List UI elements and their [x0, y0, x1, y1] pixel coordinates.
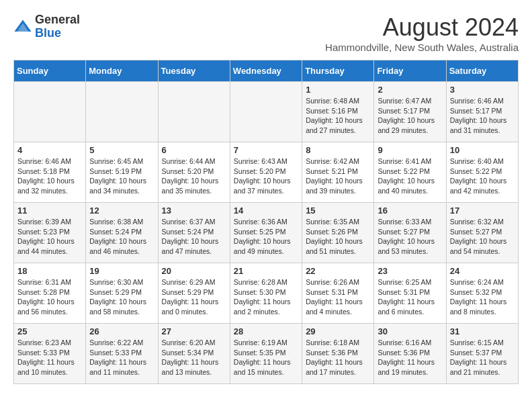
calendar-day-cell: 24Sunrise: 6:24 AMSunset: 5:32 PMDayligh…	[446, 263, 518, 324]
day-number: 24	[450, 266, 515, 276]
calendar-day-cell: 13Sunrise: 6:37 AMSunset: 5:24 PMDayligh…	[158, 203, 230, 263]
title-area: August 2024 Hammondville, New South Wale…	[325, 13, 519, 53]
day-info: Sunrise: 6:19 AMSunset: 5:35 PMDaylight:…	[234, 338, 298, 377]
day-number: 10	[450, 145, 515, 155]
calendar-day-header: Thursday	[302, 60, 374, 82]
day-info: Sunrise: 6:47 AMSunset: 5:17 PMDaylight:…	[378, 96, 442, 136]
calendar-day-cell: 19Sunrise: 6:30 AMSunset: 5:29 PMDayligh…	[86, 263, 158, 324]
day-info: Sunrise: 6:26 AMSunset: 5:31 PMDaylight:…	[306, 277, 370, 317]
day-info: Sunrise: 6:22 AMSunset: 5:33 PMDaylight:…	[89, 338, 154, 377]
day-info: Sunrise: 6:43 AMSunset: 5:20 PMDaylight:…	[234, 156, 298, 196]
calendar-day-cell	[14, 82, 86, 142]
day-info: Sunrise: 6:23 AMSunset: 5:33 PMDaylight:…	[17, 338, 82, 377]
calendar-week-row: 1Sunrise: 6:48 AMSunset: 5:16 PMDaylight…	[14, 82, 519, 142]
logo-text: General Blue	[35, 13, 80, 40]
day-number: 17	[450, 205, 515, 216]
day-number: 7	[234, 145, 298, 155]
calendar-day-cell	[230, 82, 302, 142]
day-number: 8	[306, 145, 370, 155]
calendar-day-cell: 21Sunrise: 6:28 AMSunset: 5:30 PMDayligh…	[230, 263, 302, 324]
day-number: 14	[234, 205, 298, 216]
calendar-day-header: Friday	[374, 60, 446, 82]
day-info: Sunrise: 6:40 AMSunset: 5:22 PMDaylight:…	[450, 156, 515, 196]
calendar-day-cell: 22Sunrise: 6:26 AMSunset: 5:31 PMDayligh…	[302, 263, 374, 324]
calendar-day-cell: 12Sunrise: 6:38 AMSunset: 5:24 PMDayligh…	[86, 203, 158, 263]
day-info: Sunrise: 6:20 AMSunset: 5:34 PMDaylight:…	[162, 338, 226, 377]
day-info: Sunrise: 6:32 AMSunset: 5:27 PMDaylight:…	[450, 217, 515, 257]
page-header: General Blue August 2024 Hammondville, N…	[13, 13, 519, 53]
day-number: 18	[17, 266, 82, 276]
day-info: Sunrise: 6:30 AMSunset: 5:29 PMDaylight:…	[89, 277, 154, 317]
calendar-table: SundayMondayTuesdayWednesdayThursdayFrid…	[13, 60, 519, 384]
location-subtitle: Hammondville, New South Wales, Australia	[325, 42, 519, 53]
day-number: 27	[162, 326, 226, 336]
day-info: Sunrise: 6:24 AMSunset: 5:32 PMDaylight:…	[450, 277, 515, 317]
calendar-day-cell: 14Sunrise: 6:36 AMSunset: 5:25 PMDayligh…	[230, 203, 302, 263]
day-info: Sunrise: 6:41 AMSunset: 5:22 PMDaylight:…	[378, 156, 442, 196]
day-number: 28	[234, 326, 298, 336]
calendar-day-cell	[86, 82, 158, 142]
calendar-day-header: Wednesday	[230, 60, 302, 82]
logo-icon	[13, 17, 32, 36]
day-info: Sunrise: 6:46 AMSunset: 5:18 PMDaylight:…	[17, 156, 82, 196]
month-year-title: August 2024	[325, 13, 519, 42]
calendar-day-header: Saturday	[446, 60, 518, 82]
day-info: Sunrise: 6:37 AMSunset: 5:24 PMDaylight:…	[162, 217, 226, 257]
day-number: 13	[162, 205, 226, 216]
day-info: Sunrise: 6:39 AMSunset: 5:23 PMDaylight:…	[17, 217, 82, 257]
day-number: 3	[450, 85, 515, 95]
calendar-week-row: 25Sunrise: 6:23 AMSunset: 5:33 PMDayligh…	[14, 324, 519, 384]
day-info: Sunrise: 6:36 AMSunset: 5:25 PMDaylight:…	[234, 217, 298, 257]
day-number: 26	[89, 326, 154, 336]
calendar-day-cell	[158, 82, 230, 142]
day-number: 22	[306, 266, 370, 276]
calendar-day-cell: 16Sunrise: 6:33 AMSunset: 5:27 PMDayligh…	[374, 203, 446, 263]
day-number: 15	[306, 205, 370, 216]
day-number: 9	[378, 145, 442, 155]
day-number: 19	[89, 266, 154, 276]
calendar-day-cell: 15Sunrise: 6:35 AMSunset: 5:26 PMDayligh…	[302, 203, 374, 263]
day-info: Sunrise: 6:33 AMSunset: 5:27 PMDaylight:…	[378, 217, 442, 257]
calendar-day-cell: 8Sunrise: 6:42 AMSunset: 5:21 PMDaylight…	[302, 142, 374, 203]
day-number: 5	[89, 145, 154, 155]
day-info: Sunrise: 6:28 AMSunset: 5:30 PMDaylight:…	[234, 277, 298, 317]
day-number: 11	[17, 205, 82, 216]
day-number: 6	[162, 145, 226, 155]
calendar-day-cell: 31Sunrise: 6:15 AMSunset: 5:37 PMDayligh…	[446, 324, 518, 384]
day-number: 25	[17, 326, 82, 336]
day-info: Sunrise: 6:45 AMSunset: 5:19 PMDaylight:…	[89, 156, 154, 196]
day-info: Sunrise: 6:35 AMSunset: 5:26 PMDaylight:…	[306, 217, 370, 257]
calendar-day-cell: 30Sunrise: 6:16 AMSunset: 5:36 PMDayligh…	[374, 324, 446, 384]
calendar-day-header: Sunday	[14, 60, 86, 82]
calendar-day-header: Tuesday	[158, 60, 230, 82]
day-info: Sunrise: 6:16 AMSunset: 5:36 PMDaylight:…	[378, 338, 442, 377]
day-number: 20	[162, 266, 226, 276]
calendar-day-cell: 10Sunrise: 6:40 AMSunset: 5:22 PMDayligh…	[446, 142, 518, 203]
calendar-day-cell: 20Sunrise: 6:29 AMSunset: 5:29 PMDayligh…	[158, 263, 230, 324]
calendar-day-cell: 2Sunrise: 6:47 AMSunset: 5:17 PMDaylight…	[374, 82, 446, 142]
logo: General Blue	[13, 13, 80, 40]
day-number: 21	[234, 266, 298, 276]
day-info: Sunrise: 6:38 AMSunset: 5:24 PMDaylight:…	[89, 217, 154, 257]
day-number: 2	[378, 85, 442, 95]
day-info: Sunrise: 6:29 AMSunset: 5:29 PMDaylight:…	[162, 277, 226, 317]
calendar-day-cell: 27Sunrise: 6:20 AMSunset: 5:34 PMDayligh…	[158, 324, 230, 384]
day-number: 30	[378, 326, 442, 336]
day-number: 29	[306, 326, 370, 336]
day-info: Sunrise: 6:48 AMSunset: 5:16 PMDaylight:…	[306, 96, 370, 136]
calendar-day-cell: 17Sunrise: 6:32 AMSunset: 5:27 PMDayligh…	[446, 203, 518, 263]
calendar-day-cell: 3Sunrise: 6:46 AMSunset: 5:17 PMDaylight…	[446, 82, 518, 142]
calendar-day-header: Monday	[86, 60, 158, 82]
calendar-day-cell: 29Sunrise: 6:18 AMSunset: 5:36 PMDayligh…	[302, 324, 374, 384]
day-number: 4	[17, 145, 82, 155]
day-number: 16	[378, 205, 442, 216]
day-info: Sunrise: 6:31 AMSunset: 5:28 PMDaylight:…	[17, 277, 82, 317]
calendar-day-cell: 18Sunrise: 6:31 AMSunset: 5:28 PMDayligh…	[14, 263, 86, 324]
day-info: Sunrise: 6:25 AMSunset: 5:31 PMDaylight:…	[378, 277, 442, 317]
day-number: 23	[378, 266, 442, 276]
day-info: Sunrise: 6:42 AMSunset: 5:21 PMDaylight:…	[306, 156, 370, 196]
calendar-day-cell: 5Sunrise: 6:45 AMSunset: 5:19 PMDaylight…	[86, 142, 158, 203]
calendar-day-cell: 6Sunrise: 6:44 AMSunset: 5:20 PMDaylight…	[158, 142, 230, 203]
day-info: Sunrise: 6:44 AMSunset: 5:20 PMDaylight:…	[162, 156, 226, 196]
day-info: Sunrise: 6:18 AMSunset: 5:36 PMDaylight:…	[306, 338, 370, 377]
